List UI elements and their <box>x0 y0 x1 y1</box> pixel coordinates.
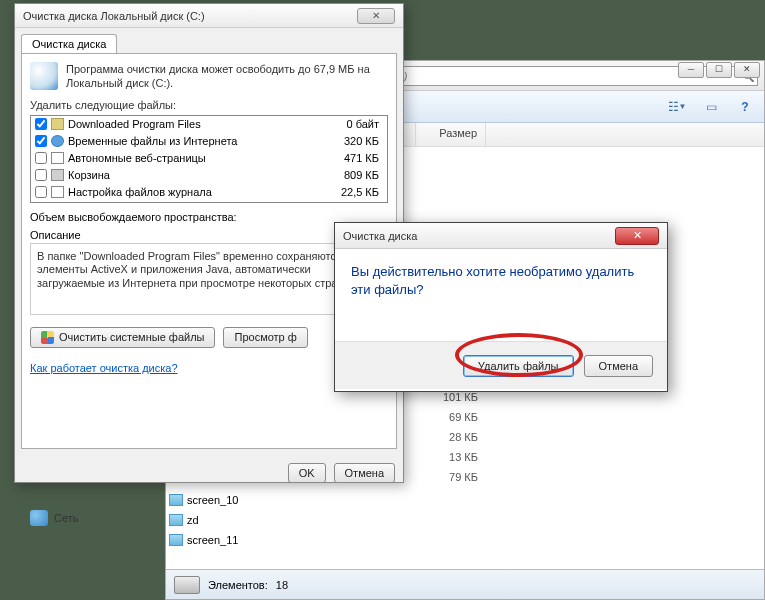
network-icon <box>30 510 48 526</box>
disk-cleanup-icon <box>30 62 58 90</box>
image-file-icon <box>169 534 183 546</box>
file-type-icon <box>51 186 64 198</box>
shield-icon <box>41 331 54 344</box>
cleanup-item[interactable]: Настройка файлов журнала22,5 КБ <box>31 184 387 201</box>
cleanup-checkbox[interactable] <box>35 118 47 130</box>
cleanup-item[interactable]: Временные файлы из Интернета320 КБ <box>31 133 387 150</box>
list-item[interactable]: screen_10 <box>165 490 238 510</box>
cleanup-item[interactable]: Корзина809 КБ <box>31 167 387 184</box>
cleanup-checkbox[interactable] <box>35 186 47 198</box>
maximize-button[interactable]: ☐ <box>706 62 732 78</box>
drive-icon <box>174 576 200 594</box>
confirm-cancel-button[interactable]: Отмена <box>584 355 653 377</box>
confirm-close-button[interactable]: ✕ <box>615 227 659 245</box>
image-file-icon <box>169 514 183 526</box>
cleanup-checkbox[interactable] <box>35 152 47 164</box>
list-item[interactable]: screen_11 <box>165 530 238 550</box>
view-options-icon[interactable]: ☷ ▼ <box>666 97 688 117</box>
status-count: 18 <box>276 579 288 591</box>
file-type-icon <box>51 118 64 130</box>
intro-text: Программа очистки диска может освободить… <box>66 62 388 91</box>
list-item[interactable]: zd <box>165 510 238 530</box>
cleanup-checkbox[interactable] <box>35 135 47 147</box>
ok-button[interactable]: OK <box>288 463 326 483</box>
cleanup-item[interactable]: Downloaded Program Files0 байт <box>31 116 387 133</box>
clean-system-files-button[interactable]: Очистить системные файлы <box>30 327 215 348</box>
delete-files-button[interactable]: Удалить файлы <box>463 355 574 377</box>
confirm-text: Вы действительно хотите необратимо удали… <box>335 249 667 341</box>
file-type-icon <box>51 152 64 164</box>
help-icon[interactable]: ? <box>734 97 756 117</box>
file-type-icon <box>51 135 64 147</box>
how-cleanup-works-link[interactable]: Как работает очистка диска? <box>30 362 178 374</box>
tab-cleanup[interactable]: Очистка диска <box>21 34 117 53</box>
delete-files-label: Удалить следующие файлы: <box>30 99 388 111</box>
sidebar-item-network[interactable]: Сеть <box>54 512 78 524</box>
cancel-button[interactable]: Отмена <box>334 463 395 483</box>
dialog-title: Очистка диска Локальный диск (C:) <box>23 10 357 22</box>
cleanup-checkbox[interactable] <box>35 169 47 181</box>
confirm-dialog: Очистка диска ✕ Вы действительно хотите … <box>334 222 668 392</box>
file-type-icon <box>51 169 64 181</box>
cleanup-item[interactable]: Автономные веб-страницы471 КБ <box>31 150 387 167</box>
close-icon[interactable]: ✕ <box>357 8 395 24</box>
confirm-title: Очистка диска <box>343 230 615 242</box>
freed-space-label: Объем высвобождаемого пространства: <box>30 211 388 223</box>
cleanup-file-list[interactable]: Downloaded Program Files0 байтВременные … <box>30 115 388 203</box>
image-file-icon <box>169 494 183 506</box>
preview-pane-icon[interactable]: ▭ <box>700 97 722 117</box>
status-label: Элементов: <box>208 579 268 591</box>
minimize-button[interactable]: ─ <box>678 62 704 78</box>
close-button[interactable]: ✕ <box>734 62 760 78</box>
column-header-size[interactable]: Размер <box>416 123 486 146</box>
view-files-button[interactable]: Просмотр ф <box>223 327 307 348</box>
